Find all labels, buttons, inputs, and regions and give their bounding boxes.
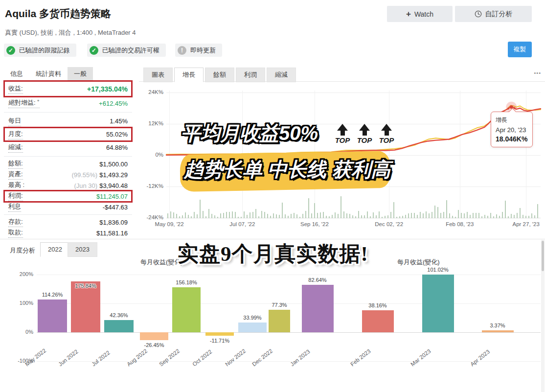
stat-row: 餘額:$1,500.00 bbox=[4, 159, 132, 169]
custom-analysis-button[interactable]: 自訂分析 bbox=[455, 6, 532, 22]
monthly-bar-value: 33.99% bbox=[233, 315, 272, 321]
stat-row: 月度:55.02% bbox=[4, 128, 132, 141]
stats-divider bbox=[4, 214, 132, 215]
growth-chart-panel: 圖表增長餘額利潤縮減 ••• 24K%12K%0%-12K%-24K%May 0… bbox=[139, 67, 545, 238]
top-label: TOP bbox=[333, 136, 352, 144]
badge-label: 已驗證的跟蹤記錄 bbox=[19, 46, 70, 55]
copy-button[interactable]: 複製 bbox=[508, 42, 532, 57]
monthly-x-label: Jul 2022 bbox=[91, 349, 111, 367]
exclamation-circle-icon: ! bbox=[178, 46, 186, 55]
monthly-bar[interactable] bbox=[238, 323, 267, 332]
custom-analysis-label: 自訂分析 bbox=[485, 10, 513, 19]
stats-panel: 信息統計資料一般 收益:+17,335.04%絕對增益: ˚+612.45%每日… bbox=[4, 67, 132, 238]
stat-value: $11,581.16 bbox=[96, 230, 128, 237]
check-circle-icon: ✓ bbox=[6, 46, 15, 55]
stat-row: 每日1.45% bbox=[4, 115, 132, 128]
stats-tab-1[interactable]: 統計資料 bbox=[29, 67, 68, 81]
watch-button-label: Watch bbox=[414, 10, 433, 18]
stat-value-prefix: (99.55%) bbox=[71, 171, 97, 179]
monthly-bar[interactable] bbox=[269, 310, 290, 332]
monthly-bar[interactable] bbox=[172, 287, 201, 332]
monthly-bar-value: 175.84% bbox=[66, 283, 105, 289]
monthly-x-label: Apr 2023 bbox=[469, 348, 491, 367]
scrollbar-thumb[interactable] bbox=[542, 241, 544, 271]
monthly-gridline bbox=[37, 361, 541, 362]
monthly-bar[interactable] bbox=[205, 332, 234, 336]
monthly-x-label: Mar 2023 bbox=[409, 348, 432, 367]
stat-value: 64.88% bbox=[106, 144, 128, 151]
top-label: TOP bbox=[355, 136, 374, 144]
stat-label: 利息 bbox=[8, 202, 21, 212]
up-arrow-stem bbox=[363, 131, 367, 136]
top-arrow-unit: TOP bbox=[333, 124, 352, 144]
status-badge: ✓已驗證的交易許可權 bbox=[87, 44, 166, 57]
monthly-y-label: 100% bbox=[14, 300, 33, 306]
stats-divider bbox=[4, 156, 132, 157]
stats-tab-0[interactable]: 信息 bbox=[4, 67, 29, 81]
monthly-bar[interactable] bbox=[422, 275, 454, 332]
monthly-bar-value: 101.02% bbox=[418, 267, 457, 273]
status-badge: !即時更新 bbox=[175, 44, 222, 57]
monthly-bar-value: 114.26% bbox=[33, 292, 72, 298]
monthly-bar-value: 82.64% bbox=[298, 277, 337, 283]
status-badge: ✓已驗證的跟蹤記錄 bbox=[4, 44, 76, 57]
top-label: TOP bbox=[377, 136, 396, 144]
monthly-bar-value: -11.71% bbox=[200, 338, 239, 344]
stat-row: 利息-$447.63 bbox=[4, 202, 132, 212]
stat-label: 利潤: bbox=[8, 191, 23, 201]
stat-row: 取款:$11,581.16 bbox=[4, 228, 132, 238]
overlay-banner: 实盘9个月真实数据! bbox=[178, 240, 368, 268]
page-title-suffix: 多货币趋势策略 bbox=[36, 8, 111, 19]
clock-icon bbox=[475, 10, 482, 18]
stat-row: 收益:+17,335.04% bbox=[4, 81, 132, 96]
stat-value: (Jun 30)$3,940.48 bbox=[74, 182, 128, 189]
stat-label: 最高 : bbox=[8, 181, 24, 190]
stat-label: 縮減: bbox=[8, 143, 23, 153]
stat-value: 55.02% bbox=[106, 131, 128, 138]
stat-label: 存款: bbox=[8, 217, 23, 227]
stat-value: (99.55%)$1,493.29 bbox=[71, 171, 128, 179]
badge-label: 即時更新 bbox=[190, 46, 216, 55]
monthly-bar[interactable] bbox=[104, 320, 134, 332]
stat-value: +612.45% bbox=[99, 100, 128, 107]
monthly-bar[interactable] bbox=[482, 330, 514, 332]
stat-value: $11,245.07 bbox=[96, 193, 128, 200]
stat-value: $1,500.00 bbox=[99, 161, 128, 168]
stat-label: 餘額: bbox=[8, 159, 23, 169]
stat-row: 利潤:$11,245.07 bbox=[4, 191, 132, 202]
monthly-x-label: Nov 2022 bbox=[224, 348, 247, 368]
stat-value: -$447.63 bbox=[103, 204, 128, 211]
monthly-bar[interactable] bbox=[362, 310, 394, 332]
chart-tooltip: 增長 Apr 20, '23 18.046K% bbox=[491, 112, 533, 147]
monthly-x-label: Aug 2022 bbox=[126, 348, 148, 368]
stat-label: 取款: bbox=[8, 228, 23, 238]
stat-label: 月度: bbox=[8, 130, 23, 139]
monthly-analysis-section: 月度分析 20222023 实盘9个月真实数据! 200%100%0%-100%… bbox=[0, 239, 545, 392]
monthly-tab-2022[interactable]: 2022 bbox=[40, 242, 70, 257]
monthly-bar[interactable] bbox=[140, 332, 168, 340]
monthly-bar[interactable] bbox=[71, 281, 100, 332]
page-title-name: Aquila bbox=[5, 8, 36, 19]
stat-row: 存款:$1,836.09 bbox=[4, 217, 132, 228]
monthly-x-label: Jun 2022 bbox=[57, 348, 79, 368]
plus-icon: + bbox=[406, 10, 411, 18]
monthly-bar[interactable] bbox=[38, 300, 67, 332]
monthly-tab-2023[interactable]: 2023 bbox=[68, 242, 97, 257]
stat-row: 絕對增益: ˚+612.45% bbox=[4, 96, 132, 110]
monthly-bar[interactable] bbox=[302, 285, 334, 332]
top-arrow-unit: TOP bbox=[355, 124, 374, 144]
stats-tab-2[interactable]: 一般 bbox=[68, 67, 93, 81]
watch-button[interactable]: + Watch bbox=[387, 6, 453, 22]
monthly-x-label: Jan 2023 bbox=[289, 348, 311, 368]
stat-value-prefix: (Jun 30) bbox=[74, 182, 97, 189]
monthly-section-label: 月度分析 bbox=[10, 246, 35, 255]
tooltip-value: 18.046K% bbox=[496, 135, 528, 143]
monthly-bar-value: 77.3% bbox=[260, 302, 299, 308]
check-circle-icon: ✓ bbox=[90, 46, 98, 55]
top-arrow-unit: TOP bbox=[377, 124, 396, 144]
overlay-subline: 趋势长单 中长线 获利高 bbox=[184, 156, 390, 183]
monthly-chart-title: 每月收益(變化) bbox=[397, 258, 440, 267]
account-subtitle: 真實 (USD), 技術 , 混合 , 1:400 , MetaTrader 4 bbox=[5, 28, 136, 37]
monthly-bar-value: 3.37% bbox=[478, 323, 517, 328]
stat-label: 絕對增益: ˚ bbox=[8, 98, 40, 108]
